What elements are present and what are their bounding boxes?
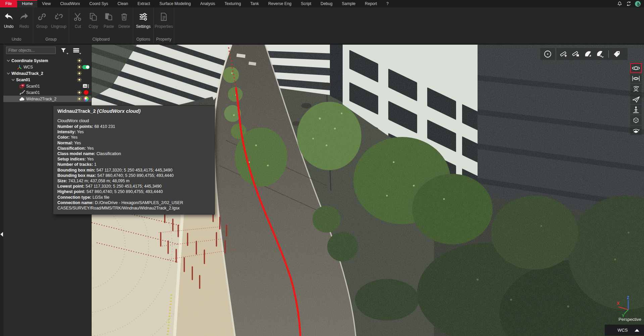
- user-avatar[interactable]: [635, 1, 641, 7]
- cloud-icon: [19, 97, 26, 101]
- undo-icon: [4, 11, 14, 23]
- notifications-bell-icon[interactable]: [617, 1, 623, 7]
- filter-funnel-icon[interactable]: [58, 46, 68, 55]
- properties-button[interactable]: Properties: [155, 9, 172, 29]
- orbit-axis-button[interactable]: [630, 74, 642, 83]
- delete-button[interactable]: Delete: [117, 9, 132, 29]
- examine-orbit-button[interactable]: [630, 63, 642, 73]
- measure-angle-button[interactable]: [583, 49, 593, 59]
- turntable-button[interactable]: [630, 126, 642, 135]
- look-around-button[interactable]: [630, 84, 642, 94]
- tag-annotation-button[interactable]: [612, 49, 622, 59]
- measure-add-button[interactable]: [559, 49, 569, 59]
- menu-cloudworx[interactable]: CloudWorx: [55, 0, 85, 7]
- walk-mode-button[interactable]: [630, 105, 642, 114]
- sync-icon[interactable]: [626, 1, 632, 7]
- paste-button[interactable]: Paste: [101, 9, 116, 29]
- menu-view[interactable]: View: [37, 0, 55, 7]
- menubar: File Home View CloudWorx Coord Sys Clean…: [0, 0, 644, 7]
- tooltip-field: Setup indices: Yes: [57, 156, 210, 162]
- tooltip-field: Number of points: 68 410 231: [57, 124, 210, 129]
- status-red-icon[interactable]: [84, 90, 89, 95]
- ribbon-group-label: Group: [33, 37, 69, 44]
- menu-texturing[interactable]: Texturing: [220, 0, 246, 7]
- paste-clipboard-icon: [104, 11, 114, 23]
- tree-item-scan01-trajectory[interactable]: Scan01: [3, 89, 91, 96]
- view-cube-button[interactable]: [630, 115, 642, 125]
- copy-button[interactable]: Copy: [86, 9, 101, 29]
- visibility-bulb-icon[interactable]: [77, 71, 82, 76]
- menu-surface-modeling[interactable]: Surface Modeling: [155, 0, 195, 7]
- fly-mode-button[interactable]: [630, 94, 642, 104]
- visibility-bulb-icon[interactable]: [77, 64, 82, 69]
- ribbon-group-label: Undo: [0, 37, 33, 44]
- projection-label: Perspective: [618, 317, 641, 322]
- ungroup-button[interactable]: Ungroup: [50, 9, 67, 29]
- collapse-panel-icon[interactable]: [0, 232, 3, 237]
- settings-button[interactable]: Settings: [135, 9, 152, 29]
- axis-z-label: Z: [627, 295, 629, 300]
- tree-item-coordinate-system[interactable]: Coordinate System: [3, 57, 91, 64]
- menu-clean[interactable]: Clean: [113, 0, 133, 7]
- visibility-bulb-icon[interactable]: [77, 58, 82, 63]
- filter-objects-input[interactable]: [6, 47, 56, 54]
- chevron-up-icon: [635, 329, 639, 332]
- group-button[interactable]: Group: [35, 9, 49, 29]
- redo-button[interactable]: Redo: [17, 9, 32, 29]
- coordinate-system-select[interactable]: WCS: [605, 325, 644, 336]
- tree-item-scan01-group[interactable]: Scan01: [3, 77, 91, 83]
- menu-reverse-eng[interactable]: Reverse Eng: [263, 0, 296, 7]
- setup-images-badge-icon[interactable]: [82, 83, 90, 89]
- copy-pages-icon: [88, 11, 98, 23]
- visibility-bulb-icon[interactable]: [77, 77, 82, 82]
- status-multicolor-icon[interactable]: [84, 96, 89, 101]
- tooltip-field: Highest point: 547 860,4740; 5 250 890,4…: [57, 189, 210, 194]
- tooltip-subtitle: CloudWorx cloud: [57, 118, 210, 123]
- wcs-toggle-on[interactable]: [82, 65, 90, 69]
- toolbar-separator: [608, 50, 609, 58]
- coordinate-system-value: WCS: [617, 328, 628, 333]
- visibility-bulb-icon[interactable]: [77, 90, 82, 95]
- menu-sample[interactable]: Sample: [337, 0, 360, 7]
- menu-report[interactable]: Report: [360, 0, 382, 7]
- panel-menu-icon[interactable]: [71, 46, 81, 55]
- tooltip-field: Lowest point: 547 117,3320; 5 250 453,41…: [57, 184, 210, 189]
- menu-analysis[interactable]: Analysis: [195, 0, 220, 7]
- ribbon-group-group: Group Ungroup Group: [33, 7, 69, 44]
- tree-item-scan01-images[interactable]: Scan01: [3, 83, 91, 89]
- measure-profile-button[interactable]: [595, 49, 605, 59]
- menu-tank[interactable]: Tank: [246, 0, 263, 7]
- axis-x-label: X: [617, 301, 620, 306]
- menu-debug[interactable]: Debug: [316, 0, 337, 7]
- tree-item-widnau2track2-group[interactable]: Widnau2Track_2: [3, 70, 91, 77]
- target-circle-button[interactable]: [543, 49, 553, 59]
- measure-tool-panel: [556, 48, 628, 60]
- tree-item-wcs[interactable]: WCS: [3, 64, 91, 70]
- redo-icon: [19, 11, 29, 23]
- chevron-down-icon[interactable]: [6, 72, 11, 75]
- menu-coord-sys[interactable]: Coord Sys: [85, 0, 113, 7]
- tooltip-field: Bounding box min: 547 117,3320; 5 250 45…: [57, 167, 210, 173]
- chevron-down-icon[interactable]: [6, 59, 11, 62]
- measure-volume-button[interactable]: [571, 49, 581, 59]
- ribbon-divider: [0, 44, 644, 45]
- axis-tripod-icon: [16, 64, 23, 70]
- menu-script[interactable]: Script: [296, 0, 316, 7]
- chevron-down-icon[interactable]: [11, 79, 15, 81]
- menu-file[interactable]: File: [0, 0, 17, 7]
- tooltip-field: Bounding box max: 547 860,4740; 5 250 89…: [57, 173, 210, 178]
- tooltip-field: Normal: Yes: [57, 140, 210, 146]
- menu-extract[interactable]: Extract: [133, 0, 155, 7]
- panel-collapse-strip[interactable]: [0, 45, 3, 336]
- undo-button[interactable]: Undo: [1, 9, 16, 29]
- tree-item-widnau2track2-cloud[interactable]: Widnau2Track_2: [3, 96, 91, 102]
- application-window: File Home View CloudWorx Coord Sys Clean…: [0, 0, 644, 336]
- cut-button[interactable]: Cut: [70, 9, 85, 29]
- axis-triad: Z X Y: [613, 295, 636, 318]
- menu-home[interactable]: Home: [17, 0, 37, 7]
- menu-help[interactable]: ?: [382, 0, 393, 7]
- tooltip-field: Number of tracks: 1: [57, 162, 210, 167]
- ribbon-group-options: Settings Options: [133, 7, 154, 44]
- ribbon-group-label: Property: [154, 37, 174, 44]
- visibility-bulb-icon[interactable]: [77, 96, 82, 101]
